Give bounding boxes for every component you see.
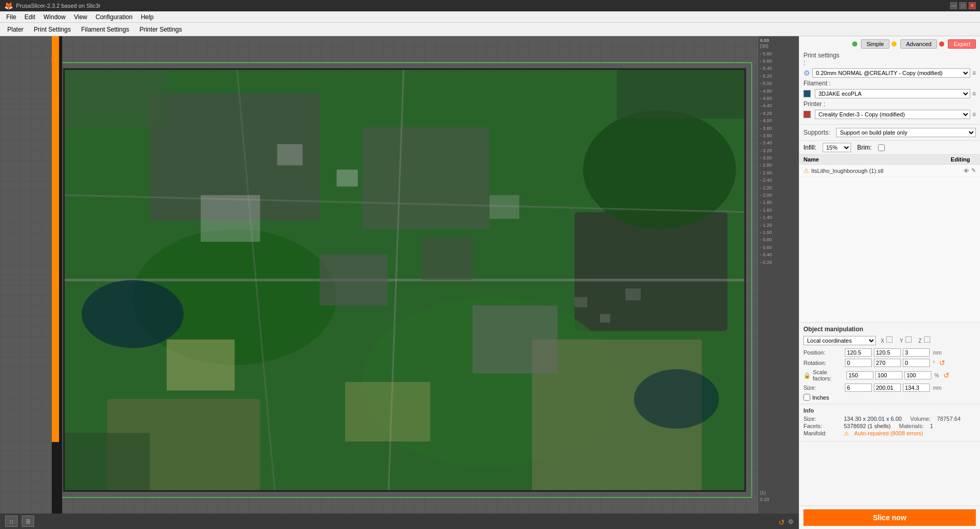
scale-reset-button[interactable]: ↺ <box>943 371 949 379</box>
info-facets-key: Facets: <box>803 423 840 429</box>
xyz-x-label: X <box>881 338 884 344</box>
menu-view[interactable]: View <box>70 12 92 22</box>
print-settings-select[interactable]: 0.20mm NORMAL @CREALITY - Copy (modified… <box>812 68 970 78</box>
svg-rect-21 <box>617 70 744 119</box>
scale-lock-icon[interactable]: 🔒 <box>803 372 811 379</box>
scale-fields: % ↺ <box>846 371 976 379</box>
menu-file[interactable]: File <box>2 12 20 22</box>
svg-rect-29 <box>600 314 610 322</box>
print-settings-dropdown-row: ⚙ 0.20mm NORMAL @CREALITY - Copy (modifi… <box>803 68 976 78</box>
manipulation-title: Object manipulation <box>803 326 976 333</box>
supports-select[interactable]: Support on build plate only <box>836 128 976 137</box>
svg-rect-30 <box>625 288 641 300</box>
manifold-warning-icon: ⚠ <box>844 430 849 437</box>
simple-dot <box>852 41 857 47</box>
info-manifold-value: Auto-repaired (8008 errors) <box>854 430 923 437</box>
viewport-bottom-toolbar: □ ☰ ↺ ⚙ <box>0 513 799 529</box>
print-settings-row: Print settings : <box>803 52 976 66</box>
main-layout: ↓ 6.00 (30) - 5.80- 5.60- 5.40- 5.20 - 5… <box>0 36 980 529</box>
tab-plater[interactable]: Plater <box>2 25 28 34</box>
printer-select[interactable]: Creality Ender-3 - Copy (modified) <box>815 110 970 119</box>
object-name: ItsLitho_loughborough (1).stl <box>811 168 963 174</box>
info-volume-key: Volume: <box>910 416 931 422</box>
menu-edit[interactable]: Edit <box>20 12 39 22</box>
print-bed-inner[interactable] <box>63 68 746 492</box>
minimize-button[interactable]: — <box>950 2 957 9</box>
info-facets-value: 5378692 (1 shells) <box>844 423 891 429</box>
filament-dropdown-row: 3DJAKE ecoPLA ≡ <box>803 89 976 98</box>
simple-mode-button[interactable]: Simple <box>861 39 890 49</box>
brim-checkbox[interactable] <box>878 144 885 151</box>
printer-extra-btn[interactable]: ≡ <box>972 111 976 118</box>
settings-icon[interactable]: ⚙ <box>788 518 794 526</box>
info-size-key: Size: <box>803 416 840 422</box>
eye-icon[interactable]: 👁 <box>963 168 969 174</box>
scale-unit: % <box>934 373 939 378</box>
rotation-label: Rotation: <box>803 360 845 366</box>
scale-top-value: 6.00 <box>760 38 797 43</box>
col-editing-header: Editing <box>945 156 976 163</box>
tab-filament-settings[interactable]: Filament Settings <box>76 25 135 34</box>
filament-select[interactable]: 3DJAKE ecoPLA <box>815 89 970 98</box>
slice-section: Slice now <box>799 506 980 529</box>
reset-view-icon[interactable]: ↺ <box>779 518 785 526</box>
scale-y-input[interactable] <box>875 371 902 379</box>
expert-mode-button[interactable]: Expert <box>948 39 976 49</box>
printer-row: Printer : <box>803 100 976 108</box>
scale-z-input[interactable] <box>904 371 931 379</box>
filament-extra-btn[interactable]: ≡ <box>972 90 976 97</box>
infill-label: Infill: <box>803 144 816 151</box>
rotation-reset-button[interactable]: ↺ <box>939 359 945 367</box>
inches-checkbox[interactable] <box>803 394 810 401</box>
z-box <box>924 336 930 343</box>
menu-bar: File Edit Window View Configuration Help <box>0 11 980 23</box>
rotation-z-input[interactable] <box>903 359 930 367</box>
coord-system-select[interactable]: Local coordinates <box>803 336 876 345</box>
scale-x-input[interactable] <box>846 371 873 379</box>
scale-marks: - 5.80- 5.60- 5.40- 5.20 - 5.00- 4.80- 4… <box>758 49 799 267</box>
position-x-input[interactable] <box>845 348 872 357</box>
print-bed-outer <box>57 62 752 498</box>
advanced-mode-button[interactable]: Advanced <box>900 39 937 49</box>
rotation-x-input[interactable] <box>845 359 872 367</box>
info-manifold-row: Manifold: ⚠ Auto-repaired (8008 errors) <box>803 430 976 437</box>
menu-help[interactable]: Help <box>137 12 158 22</box>
layers-btn[interactable]: ☰ <box>22 516 34 527</box>
view-cube-btn[interactable]: □ <box>5 516 18 527</box>
scale-top-sub: (30) <box>760 43 797 49</box>
object-list-header: Name Editing <box>799 155 980 165</box>
size-y-input[interactable] <box>874 384 901 392</box>
supports-infill-section: Supports: Support on build plate only <box>799 125 980 141</box>
maximize-button[interactable]: □ <box>959 2 967 9</box>
close-button[interactable]: ✕ <box>969 2 976 9</box>
object-row[interactable]: ⚠ ItsLitho_loughborough (1).stl 👁 ✎ <box>799 165 980 177</box>
menu-window[interactable]: Window <box>39 12 70 22</box>
object-actions: 👁 ✎ <box>963 167 976 174</box>
print-settings-extra-btn[interactable]: ≡ <box>972 69 976 77</box>
position-unit: mm <box>933 350 942 356</box>
edit-icon[interactable]: ✎ <box>971 167 976 174</box>
print-bed-area[interactable] <box>57 62 752 498</box>
position-z-input[interactable] <box>903 348 930 357</box>
size-x-input[interactable] <box>845 384 872 392</box>
size-z-input[interactable] <box>903 384 930 392</box>
advanced-dot <box>891 41 897 47</box>
svg-rect-14 <box>319 255 387 305</box>
tab-print-settings[interactable]: Print Settings <box>28 25 76 34</box>
app-title: PrusaSlicer-2.3.2 based on Slic3r <box>16 3 100 9</box>
scale-bar-black <box>59 36 62 513</box>
menu-configuration[interactable]: Configuration <box>92 12 137 22</box>
viewport-panel[interactable]: ↓ 6.00 (30) - 5.80- 5.60- 5.40- 5.20 - 5… <box>0 36 799 529</box>
slice-now-button[interactable]: Slice now <box>803 509 976 526</box>
info-manifold-key: Manifold: <box>803 430 840 437</box>
infill-brim-row: Infill: 15% Brim: <box>799 141 980 155</box>
tab-printer-settings[interactable]: Printer Settings <box>134 25 187 34</box>
scale-ruler: 6.00 (30) - 5.80- 5.60- 5.40- 5.20 - 5.0… <box>757 36 799 513</box>
scale-row: 🔒 Scale factors: % ↺ <box>803 369 976 381</box>
mode-buttons: Simple Advanced Expert <box>803 39 976 49</box>
infill-select[interactable]: 15% <box>823 143 851 152</box>
svg-rect-20 <box>65 70 167 127</box>
position-y-input[interactable] <box>874 348 901 357</box>
rotation-y-input[interactable] <box>874 359 901 367</box>
inches-row: Inches <box>803 394 976 401</box>
